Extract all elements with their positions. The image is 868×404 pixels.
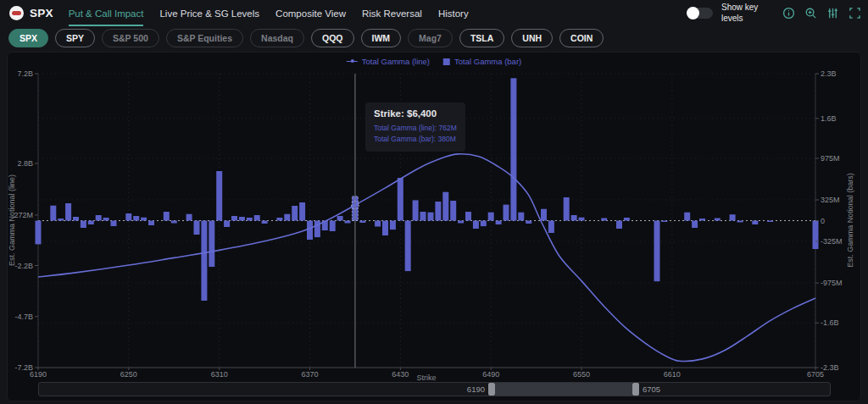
gamma-exposure-chart[interactable]: 6190625063106370643064906550661067057.2B…: [0, 0, 868, 404]
gamma-bar-6320[interactable]: [231, 216, 237, 221]
gamma-bar-6350[interactable]: [276, 218, 282, 221]
gamma-bar-6420[interactable]: [382, 221, 388, 236]
gamma-bar-6620[interactable]: [684, 213, 690, 221]
gamma-bar-6625[interactable]: [692, 221, 698, 229]
right-tick-label: 1.6B: [821, 114, 837, 123]
gamma-bar-6440[interactable]: [413, 200, 419, 220]
gamma-bar-6220[interactable]: [81, 221, 86, 229]
right-tick-label: -975M: [821, 279, 843, 287]
gamma-bar-6375[interactable]: [314, 221, 320, 238]
gamma-bar-6515[interactable]: [526, 221, 531, 224]
gamma-bar-6365[interactable]: [299, 202, 305, 221]
gamma-bar-6260[interactable]: [141, 218, 147, 221]
gamma-bar-6665[interactable]: [752, 221, 758, 225]
gamma-bar-6355[interactable]: [284, 214, 290, 221]
gamma-bar-6230[interactable]: [96, 215, 102, 221]
gamma-bar-6240[interactable]: [111, 221, 117, 227]
gamma-bar-6500[interactable]: [504, 205, 509, 221]
gamma-bar-6465[interactable]: [450, 201, 456, 221]
gamma-bar-6385[interactable]: [330, 221, 336, 232]
x-tick-label: 6250: [120, 370, 137, 379]
right-tick-label: -1.6B: [821, 318, 839, 327]
gamma-bar-6210[interactable]: [65, 203, 71, 221]
left-tick-label: -7.2B: [14, 363, 33, 372]
left-tick-label: 272M: [14, 211, 33, 219]
gamma-bar-6205[interactable]: [58, 219, 64, 221]
gamma-bar-6340[interactable]: [262, 221, 268, 224]
gamma-bar-6545[interactable]: [571, 215, 577, 221]
gamma-bar-6525[interactable]: [541, 209, 547, 221]
gamma-bar-6485[interactable]: [481, 221, 487, 227]
gamma-bar-6190[interactable]: [36, 221, 42, 245]
gamma-bar-6550[interactable]: [579, 218, 585, 221]
left-tick-label: -4.7B: [14, 313, 33, 321]
gamma-bar-6505[interactable]: [510, 78, 516, 220]
gamma-bar-6315[interactable]: [224, 221, 230, 228]
gamma-bar-6280[interactable]: [171, 221, 177, 224]
gamma-bar-6435[interactable]: [405, 221, 411, 272]
gamma-bar-6395[interactable]: [345, 221, 351, 224]
gamma-bar-6335[interactable]: [254, 215, 260, 221]
gamma-bar-6580[interactable]: [624, 218, 630, 221]
gamma-bar-6640[interactable]: [715, 219, 721, 221]
gamma-bar-6225[interactable]: [88, 221, 94, 225]
gamma-bar-6630[interactable]: [699, 219, 705, 221]
gamma-bar-6200[interactable]: [50, 206, 56, 221]
gamma-bar-6295[interactable]: [194, 221, 200, 235]
gamma-bar-6470[interactable]: [458, 221, 464, 224]
gamma-bar-6705[interactable]: [813, 221, 819, 250]
gamma-bar-6480[interactable]: [473, 221, 479, 230]
gamma-bar-6360[interactable]: [292, 206, 298, 221]
gamma-bar-6250[interactable]: [125, 213, 131, 221]
gamma-bar-6565[interactable]: [601, 219, 607, 221]
gamma-bar-6425[interactable]: [390, 221, 396, 230]
x-tick-label: 6490: [482, 370, 499, 379]
slider-to-value: 6705: [643, 385, 660, 394]
range-slider[interactable]: 6190 6705: [38, 382, 831, 396]
gamma-bar-6415[interactable]: [375, 221, 381, 227]
gamma-bar-6530[interactable]: [548, 221, 554, 234]
gamma-bar-6370[interactable]: [307, 221, 313, 241]
gamma-bar-6495[interactable]: [496, 221, 502, 225]
gamma-bar-6255[interactable]: [133, 216, 139, 221]
x-tick-label: 6310: [211, 370, 228, 379]
gamma-bar-6265[interactable]: [148, 221, 154, 226]
gamma-bar-6510[interactable]: [518, 213, 524, 221]
x-tick-label: 6370: [301, 370, 318, 379]
gamma-bar-6445[interactable]: [420, 212, 426, 221]
gamma-bar-6575[interactable]: [616, 221, 622, 230]
x-tick-label: 6430: [392, 370, 409, 379]
gamma-bar-6675[interactable]: [767, 221, 773, 223]
gamma-bar-6310[interactable]: [216, 171, 222, 221]
gamma-bar-6300[interactable]: [201, 221, 207, 302]
gamma-bar-6450[interactable]: [428, 213, 434, 221]
gamma-bar-6460[interactable]: [442, 192, 448, 221]
left-tick-label: 7.2B: [17, 69, 33, 78]
gamma-bar-6390[interactable]: [337, 216, 343, 221]
right-tick-label: 975M: [821, 154, 840, 163]
gamma-bar-6655[interactable]: [737, 221, 743, 223]
gamma-bar-6325[interactable]: [239, 217, 245, 221]
gamma-bar-6430[interactable]: [398, 178, 403, 221]
gamma-bar-6275[interactable]: [164, 212, 170, 221]
gamma-bar-6605[interactable]: [661, 221, 667, 223]
left-tick-label: -2.2B: [14, 262, 33, 270]
gamma-bar-6490[interactable]: [488, 213, 494, 221]
slider-handle-right[interactable]: [632, 383, 639, 396]
right-tick-label: 325M: [821, 196, 840, 204]
slider-selection[interactable]: [495, 383, 632, 396]
slider-handle-left[interactable]: [488, 383, 495, 396]
gamma-bar-6540[interactable]: [564, 197, 570, 221]
total-gamma-line[interactable]: [38, 154, 815, 362]
right-axis-title: Est. Gamma Notional (bars): [846, 173, 854, 268]
gamma-bar-6455[interactable]: [435, 202, 441, 221]
gamma-bar-6290[interactable]: [186, 214, 192, 221]
gamma-bar-6235[interactable]: [103, 218, 109, 221]
gamma-bar-6215[interactable]: [73, 217, 79, 221]
gamma-bar-6405[interactable]: [359, 221, 365, 224]
gamma-bar-6475[interactable]: [465, 212, 471, 221]
gamma-bar-6650[interactable]: [730, 214, 736, 220]
gamma-bar-6305[interactable]: [209, 221, 214, 268]
gamma-bar-6600[interactable]: [654, 221, 660, 282]
gamma-bar-6330[interactable]: [247, 218, 253, 221]
